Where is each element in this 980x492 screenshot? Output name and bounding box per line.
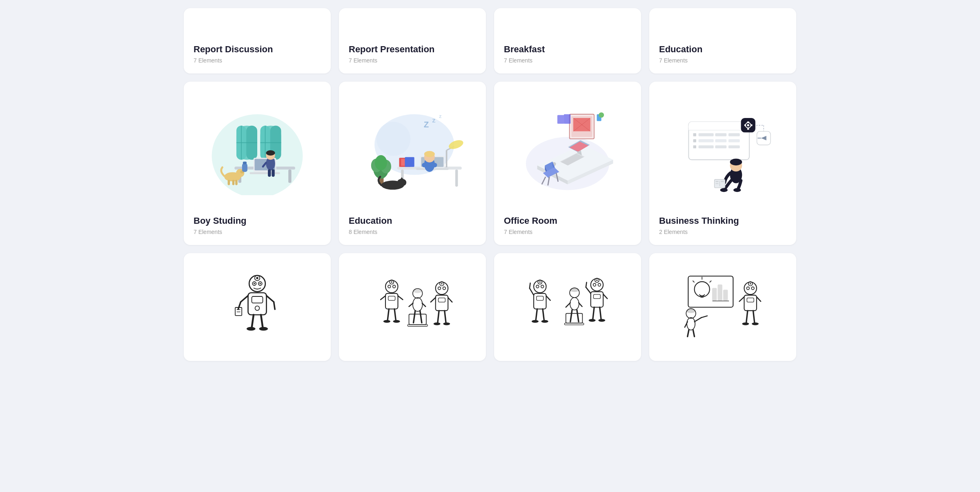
svg-line-167 [414, 311, 415, 323]
svg-point-186 [541, 285, 544, 288]
card-subtitle: 7 Elements [349, 57, 476, 64]
svg-line-176 [431, 298, 436, 302]
boy-studing-illustration [194, 91, 321, 209]
card-title: Office Room [504, 216, 631, 226]
card-breakfast[interactable]: Breakfast 7 Elements [494, 8, 641, 73]
svg-rect-56 [422, 163, 437, 167]
card-robots-classroom[interactable] [494, 253, 641, 361]
svg-point-0 [212, 114, 303, 195]
svg-point-131 [254, 283, 255, 285]
card-robots-group[interactable] [339, 253, 486, 361]
card-lightbulb-robot[interactable] [649, 253, 796, 361]
svg-rect-22 [272, 169, 274, 177]
svg-point-198 [570, 298, 579, 310]
svg-rect-175 [438, 298, 445, 302]
card-subtitle: 7 Elements [504, 229, 631, 235]
svg-rect-201 [566, 314, 583, 323]
svg-rect-134 [252, 296, 263, 303]
svg-line-245 [739, 297, 744, 301]
card-report-presentation[interactable]: Report Presentation 7 Elements [339, 8, 486, 73]
svg-text:z: z [439, 113, 442, 119]
svg-point-209 [598, 283, 601, 286]
card-title: Education [659, 44, 786, 55]
svg-point-158 [383, 320, 390, 323]
card-title: Breakfast [504, 44, 631, 55]
svg-rect-102 [715, 145, 726, 148]
svg-rect-153 [388, 296, 395, 300]
svg-line-189 [530, 288, 534, 295]
svg-point-145 [247, 327, 256, 331]
card-office-room[interactable]: Office Room 7 Elements [494, 82, 641, 245]
svg-point-195 [541, 320, 548, 323]
svg-rect-95 [728, 133, 740, 136]
svg-rect-125 [721, 181, 724, 182]
svg-rect-226 [713, 288, 717, 301]
svg-line-213 [586, 283, 587, 287]
svg-point-19 [266, 150, 275, 156]
svg-point-32 [376, 122, 411, 156]
svg-line-191 [546, 296, 550, 301]
svg-line-225 [693, 281, 694, 282]
svg-point-162 [413, 298, 423, 312]
svg-rect-93 [699, 133, 714, 136]
svg-rect-187 [534, 294, 546, 309]
card-report-discussion[interactable]: Report Discussion 7 Elements [184, 8, 331, 73]
card-education-sleep[interactable]: Z z z [339, 82, 486, 245]
svg-point-249 [742, 323, 749, 325]
card-subtitle: 7 Elements [659, 57, 786, 64]
svg-rect-92 [693, 133, 696, 136]
svg-rect-28 [235, 180, 238, 185]
card-grid: Report Discussion 7 Elements Report Pres… [184, 8, 796, 361]
svg-rect-99 [728, 139, 740, 142]
svg-line-136 [241, 296, 248, 302]
svg-point-242 [751, 287, 754, 290]
svg-point-231 [686, 309, 696, 313]
svg-point-220 [695, 282, 710, 297]
svg-line-178 [438, 311, 439, 323]
svg-rect-21 [268, 169, 271, 177]
lightbulb-robot-illustration [659, 263, 786, 345]
svg-line-234 [702, 316, 707, 318]
svg-point-161 [413, 288, 423, 293]
svg-rect-211 [593, 294, 600, 298]
svg-line-233 [695, 318, 702, 322]
card-boy-studing[interactable]: Boy Studing 7 Elements [184, 82, 331, 245]
svg-text:Z: Z [424, 120, 429, 129]
svg-rect-100 [693, 145, 696, 148]
card-title: Education [349, 216, 476, 226]
card-title: Report Presentation [349, 44, 476, 55]
svg-rect-90 [688, 126, 749, 130]
svg-rect-174 [436, 295, 448, 311]
svg-rect-165 [409, 314, 426, 324]
svg-point-159 [393, 320, 400, 323]
svg-line-141 [267, 296, 274, 302]
svg-line-168 [420, 311, 422, 323]
svg-line-156 [388, 309, 389, 321]
svg-line-155 [398, 296, 403, 300]
svg-rect-43 [455, 169, 458, 187]
svg-point-185 [536, 285, 539, 288]
svg-point-150 [388, 285, 391, 288]
svg-point-117 [720, 188, 728, 192]
svg-line-193 [543, 309, 544, 321]
svg-point-118 [733, 188, 741, 192]
svg-rect-228 [724, 290, 728, 300]
svg-point-217 [589, 319, 596, 322]
svg-line-190 [530, 283, 530, 288]
svg-rect-210 [591, 292, 603, 307]
svg-line-199 [566, 303, 570, 307]
card-education-top[interactable]: Education 7 Elements [649, 8, 796, 73]
svg-rect-29 [242, 164, 247, 172]
svg-text:z: z [432, 116, 435, 124]
card-business-thinking[interactable]: Business Thinking 2 Elements [649, 82, 796, 245]
svg-rect-16 [249, 172, 280, 174]
svg-rect-103 [728, 145, 740, 148]
svg-rect-244 [747, 298, 754, 302]
svg-point-184 [539, 281, 541, 283]
svg-point-181 [443, 323, 450, 325]
card-robot1[interactable] [184, 253, 331, 361]
svg-line-157 [394, 309, 396, 321]
svg-rect-13 [288, 169, 291, 183]
svg-line-247 [746, 311, 748, 323]
svg-line-215 [593, 307, 594, 319]
